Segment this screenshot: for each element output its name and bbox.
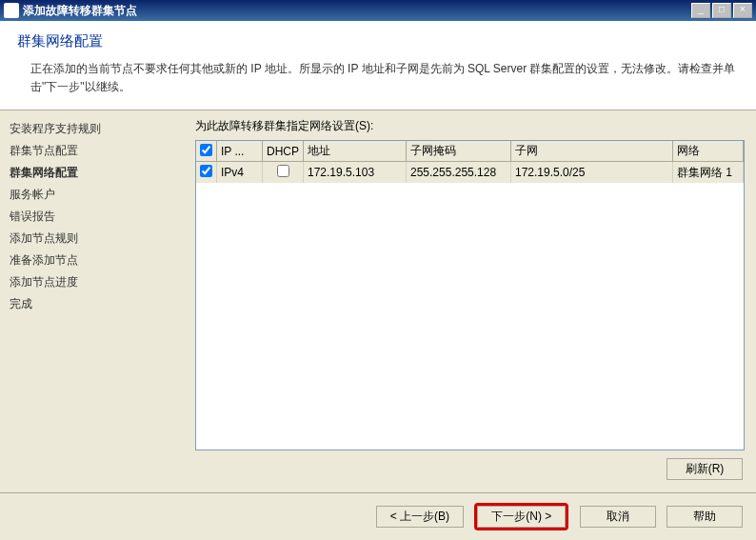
refresh-row: 刷新(R) — [186, 450, 745, 480]
header-checkbox[interactable] — [200, 144, 212, 156]
page-description: 正在添加的当前节点不要求任何其他或新的 IP 地址。所显示的 IP 地址和子网是… — [30, 60, 739, 96]
sidebar-item-error-report[interactable]: 错误报告 — [10, 206, 176, 228]
sidebar-item-network-config[interactable]: 群集网络配置 — [10, 162, 176, 184]
help-button[interactable]: 帮助 — [666, 506, 743, 528]
network-table-container: IP ... DHCP 地址 子网掩码 子网 网络 IPv4 172.19.5.… — [195, 140, 745, 450]
cell-address: 172.19.5.103 — [304, 162, 407, 183]
refresh-button[interactable]: 刷新(R) — [666, 458, 743, 480]
col-header-mask[interactable]: 子网掩码 — [407, 141, 511, 162]
network-table: IP ... DHCP 地址 子网掩码 子网 网络 IPv4 172.19.5.… — [196, 141, 744, 183]
window-title: 添加故障转移群集节点 — [23, 3, 689, 19]
row-checkbox[interactable] — [200, 165, 212, 177]
close-button[interactable]: × — [733, 3, 752, 18]
cancel-button[interactable]: 取消 — [580, 506, 656, 528]
window-controls: _ □ × — [689, 3, 752, 18]
col-header-network[interactable]: 网络 — [673, 141, 744, 162]
main-content: 为此故障转移群集指定网络设置(S): IP ... DHCP 地址 子网掩码 子… — [186, 110, 756, 488]
next-button[interactable]: 下一步(N) > — [477, 506, 566, 528]
sidebar-item-service-account[interactable]: 服务帐户 — [10, 184, 176, 206]
sidebar-item-ready-add[interactable]: 准备添加节点 — [10, 250, 176, 271]
sidebar-item-node-config[interactable]: 群集节点配置 — [10, 140, 176, 162]
sidebar-item-install-rules[interactable]: 安装程序支持规则 — [10, 118, 176, 140]
page-title: 群集网络配置 — [17, 32, 739, 50]
col-header-check[interactable] — [196, 141, 217, 162]
app-icon — [4, 3, 19, 18]
table-row[interactable]: IPv4 172.19.5.103 255.255.255.128 172.19… — [196, 162, 744, 183]
sidebar-item-progress[interactable]: 添加节点进度 — [10, 271, 176, 293]
sidebar-item-add-node-rules[interactable]: 添加节点规则 — [10, 228, 176, 250]
col-header-dhcp[interactable]: DHCP — [263, 141, 304, 162]
sidebar-item-complete[interactable]: 完成 — [10, 293, 176, 315]
minimize-button[interactable]: _ — [691, 3, 710, 18]
titlebar: 添加故障转移群集节点 _ □ × — [0, 0, 756, 21]
header: 群集网络配置 正在添加的当前节点不要求任何其他或新的 IP 地址。所显示的 IP… — [0, 21, 756, 110]
row-dhcp-checkbox[interactable] — [277, 165, 289, 177]
col-header-subnet[interactable]: 子网 — [511, 141, 673, 162]
cell-network: 群集网络 1 — [673, 162, 744, 183]
col-header-iptype[interactable]: IP ... — [217, 141, 263, 162]
body: 安装程序支持规则 群集节点配置 群集网络配置 服务帐户 错误报告 添加节点规则 … — [0, 110, 756, 488]
col-header-address[interactable]: 地址 — [304, 141, 407, 162]
back-button[interactable]: < 上一步(B) — [376, 506, 464, 528]
maximize-button[interactable]: □ — [712, 3, 731, 18]
table-label: 为此故障转移群集指定网络设置(S): — [195, 118, 745, 134]
next-button-highlight: 下一步(N) > — [474, 503, 568, 530]
cell-subnet: 172.19.5.0/25 — [511, 162, 673, 183]
cell-mask: 255.255.255.128 — [407, 162, 511, 183]
sidebar: 安装程序支持规则 群集节点配置 群集网络配置 服务帐户 错误报告 添加节点规则 … — [0, 110, 186, 488]
cell-iptype: IPv4 — [217, 162, 263, 183]
footer: < 上一步(B) 下一步(N) > 取消 帮助 — [0, 492, 756, 540]
